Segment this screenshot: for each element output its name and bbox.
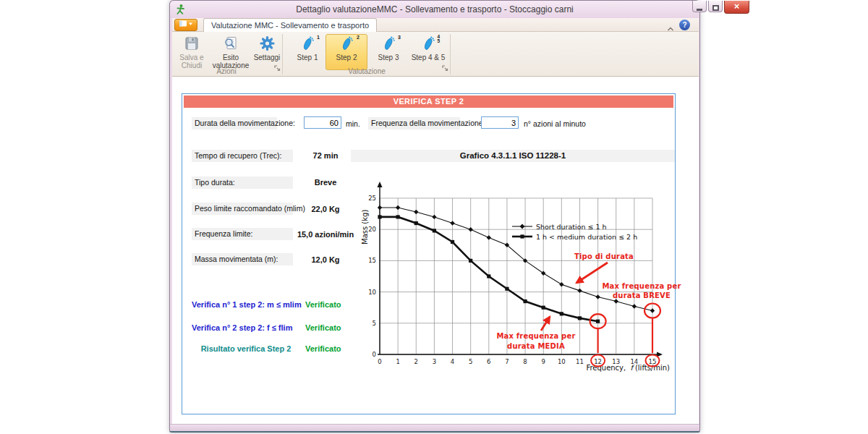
svg-text:10: 10 (558, 358, 566, 365)
window-title: Dettaglio valutazioneMMC - Sollevamento … (170, 4, 699, 14)
check1-result: Verificato (305, 300, 356, 309)
minimize-icon (697, 9, 702, 11)
ribbon-tab-row: Valutazione MMC - Sollevamento e traspor… (172, 18, 699, 32)
svg-text:20: 20 (368, 226, 376, 233)
svg-text:1: 1 (396, 358, 399, 365)
tipo-durata-label: Tipo durata: (192, 176, 293, 189)
massa-movimentata-value: 12,0 Kg (291, 255, 360, 264)
screen: Dettaglio valutazioneMMC - Sollevamento … (0, 0, 868, 434)
svg-text:Max frequenza per: Max frequenza per (496, 332, 575, 340)
tipo-durata-value: Breve (291, 178, 360, 187)
svg-text:9: 9 (541, 358, 545, 365)
close-button[interactable]: × (724, 1, 749, 14)
chart-title: Grafico 4.3.1.1 ISO 11228-1 (351, 150, 675, 162)
group-azioni-label: Azioni (194, 67, 259, 75)
svg-text:durata MEDIA: durata MEDIA (507, 342, 565, 350)
check-final-result: Verificato (305, 344, 356, 353)
frequenza-label: Frequenza della movimentazione: (368, 117, 460, 129)
app-menu-button[interactable] (174, 19, 197, 31)
svg-text:11: 11 (576, 358, 584, 365)
svg-text:15: 15 (368, 257, 376, 264)
help-icon: ? (682, 21, 686, 29)
minimize-button[interactable] (692, 1, 707, 12)
svg-text:Max frequenza per: Max frequenza per (602, 282, 681, 290)
svg-text:5: 5 (373, 320, 376, 327)
durata-unit: min. (346, 119, 360, 128)
svg-text:7: 7 (505, 358, 509, 365)
svg-text:25: 25 (368, 195, 376, 202)
svg-text:2: 2 (414, 358, 418, 365)
close-icon: × (734, 1, 740, 12)
verifica-step2-panel: VERIFICA STEP 2 Durata della movimentazi… (182, 93, 676, 414)
client-area: VERIFICA STEP 2 Durata della movimentazi… (172, 77, 699, 426)
check1-label: Verifica n° 1 step 2: m ≤ mlim (192, 300, 304, 309)
svg-text:0: 0 (378, 358, 381, 365)
group-valutazione-label: Valutazione (334, 67, 399, 75)
ribbon: Salva e Chiudi Esito valutazione (172, 32, 699, 77)
peso-limite-label: Peso limite raccomandato (mlim) (192, 203, 293, 215)
svg-text:4: 4 (451, 358, 454, 365)
svg-text:8: 8 (523, 358, 527, 365)
app-menu-icon (179, 20, 193, 27)
maximize-icon (712, 5, 719, 11)
valutazione-dialog-launcher-icon[interactable] (442, 61, 448, 75)
svg-text:Short duration ≤ 1 h: Short duration ≤ 1 h (536, 223, 607, 231)
svg-text:0: 0 (373, 351, 376, 358)
frequenza-unit: n° azioni al minuto (524, 119, 586, 128)
svg-text:Tipo di durata: Tipo di durata (574, 252, 634, 260)
peso-limite-value: 22,0 Kg (291, 205, 360, 213)
massa-movimentata-label: Massa movimentata (m): (192, 253, 293, 265)
frequenza-limite-value: 15,0 azioni/min (291, 230, 360, 239)
panel-header: VERIFICA STEP 2 (184, 95, 673, 108)
check2-result: Verificato (305, 323, 356, 332)
iso-11228-chart: 01234567891011121314150510152025Mass (kg… (356, 178, 685, 375)
svg-text:durata BREVE: durata BREVE (613, 292, 671, 299)
azioni-dialog-launcher-icon[interactable] (274, 61, 281, 75)
svg-text:1 h < medium duration ≤ 2 h: 1 h < medium duration ≤ 2 h (536, 233, 637, 241)
check-final-label: Risultato verifica Step 2 (192, 344, 300, 353)
frequenza-input[interactable] (481, 116, 519, 129)
maximize-button[interactable] (708, 1, 723, 12)
durata-label: Durata della movimentazione: (192, 117, 277, 129)
svg-text:10: 10 (368, 289, 376, 296)
svg-text:6: 6 (487, 358, 490, 365)
svg-text:3: 3 (433, 358, 436, 365)
frequenza-limite-label: Frequenza limite: (192, 228, 293, 240)
help-button[interactable]: ? (679, 20, 690, 30)
window-bottom-frame (170, 424, 699, 431)
tab-valutazione-mmc[interactable]: Valutazione MMC - Sollevamento e traspor… (203, 18, 377, 32)
svg-text:5: 5 (469, 358, 472, 365)
titlebar[interactable]: Dettaglio valutazioneMMC - Sollevamento … (170, 1, 699, 18)
app-window: Dettaglio valutazioneMMC - Sollevamento … (169, 0, 700, 433)
durata-input[interactable] (304, 116, 341, 129)
svg-text:Mass (kg): Mass (kg) (361, 210, 369, 244)
check2-label: Verifica n° 2 step 2: f ≤ flim (192, 323, 304, 332)
tempo-recupero-value: 72 min (291, 151, 360, 160)
tempo-recupero-label: Tempo di recupero (Trec): (192, 150, 293, 162)
